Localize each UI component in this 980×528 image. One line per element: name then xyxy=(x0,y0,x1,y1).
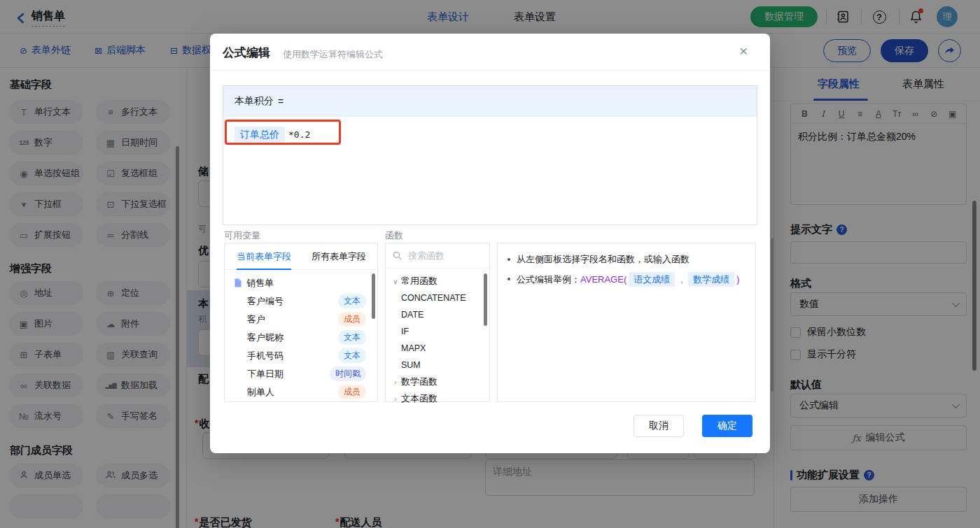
function-group-common[interactable]: ∨常用函数 xyxy=(386,273,489,290)
variable-row[interactable]: 客户编号文本 xyxy=(225,292,377,310)
formula-edit-modal: 公式编辑 使用数学运算符编辑公式 × 本单积分 = 订单总价*0.2 可用变量 … xyxy=(210,34,770,453)
formula-editor-box[interactable]: 本单积分 = 订单总价*0.2 xyxy=(223,85,757,225)
variables-scrollbar[interactable] xyxy=(372,273,375,319)
type-badge: 成员 xyxy=(338,385,366,399)
divider xyxy=(210,70,770,71)
cancel-button[interactable]: 取消 xyxy=(634,415,684,437)
form-doc-icon xyxy=(234,278,242,287)
function-item[interactable]: CONCATENATE xyxy=(386,290,489,306)
variable-row[interactable]: 下单日期时间戳 xyxy=(225,365,377,383)
variable-row[interactable]: 制单人成员 xyxy=(225,383,377,401)
type-badge: 文本 xyxy=(338,348,366,363)
function-item[interactable]: SUM xyxy=(386,357,489,373)
close-icon[interactable]: × xyxy=(739,43,748,58)
help-line-2: 公式编辑举例：AVERAGE(语文成绩，数学成绩) xyxy=(507,272,746,287)
red-annotation-box xyxy=(225,120,341,145)
formula-target: 本单积分 xyxy=(234,95,274,108)
variables-label: 可用变量 xyxy=(224,229,260,242)
function-name: AVERAGE( xyxy=(580,274,626,285)
confirm-button[interactable]: 确定 xyxy=(702,415,752,437)
variables-panel: 当前表单字段 所有表单字段 销售单 客户编号文本 客户成员 客户昵称文本 手机号… xyxy=(224,243,378,402)
variable-row[interactable]: 客户昵称文本 xyxy=(225,329,377,346)
variable-row[interactable]: 手机号码文本 xyxy=(225,347,377,364)
tab-current-form-fields[interactable]: 当前表单字段 xyxy=(237,243,291,270)
functions-scrollbar[interactable] xyxy=(484,273,487,326)
modal-subtitle: 使用数学运算符编辑公式 xyxy=(283,48,383,61)
formula-equals: = xyxy=(278,96,284,107)
modal-title: 公式编辑 xyxy=(223,45,270,61)
type-badge: 时间戳 xyxy=(330,366,366,381)
function-group-math[interactable]: ›数学函数 xyxy=(386,373,489,390)
variable-tree-root[interactable]: 销售单 xyxy=(225,274,377,292)
formula-help-panel: 从左侧面板选择字段名和函数，或输入函数 公式编辑举例：AVERAGE(语文成绩，… xyxy=(497,243,756,402)
search-icon xyxy=(393,251,402,260)
caret-right-icon: › xyxy=(391,378,400,386)
function-item[interactable]: MAPX xyxy=(386,340,489,357)
variable-row[interactable]: 客户成员 xyxy=(225,311,377,328)
tab-all-form-fields[interactable]: 所有表单字段 xyxy=(312,243,366,270)
search-input[interactable] xyxy=(407,250,477,262)
functions-panel: ∨常用函数 CONCATENATE DATE IF MAPX SUM ›数学函数… xyxy=(385,243,490,402)
help-line-1: 从左侧面板选择字段名和函数，或输入函数 xyxy=(507,252,746,266)
type-badge: 文本 xyxy=(338,330,366,345)
caret-down-icon: ∨ xyxy=(391,278,400,285)
functions-label: 函数 xyxy=(385,229,403,242)
example-chip: 数学成绩 xyxy=(688,272,734,287)
function-item[interactable]: DATE xyxy=(386,306,489,323)
caret-right-icon: › xyxy=(391,395,400,403)
example-chip: 语文成绩 xyxy=(629,272,675,287)
bullet xyxy=(507,278,510,280)
function-search[interactable] xyxy=(386,243,489,269)
bullet xyxy=(507,258,510,261)
formula-target-row: 本单积分 = xyxy=(223,86,757,117)
function-item[interactable]: IF xyxy=(386,323,489,340)
function-group-text[interactable]: ›文本函数 xyxy=(386,390,489,407)
type-badge: 成员 xyxy=(338,312,366,327)
type-badge: 文本 xyxy=(338,294,366,308)
app-root: 销售单 表单设计 表单设置 数据管理 ? 理 ⊘表单外链 ⊠后端脚本 ⊟数据权 … xyxy=(0,0,980,528)
